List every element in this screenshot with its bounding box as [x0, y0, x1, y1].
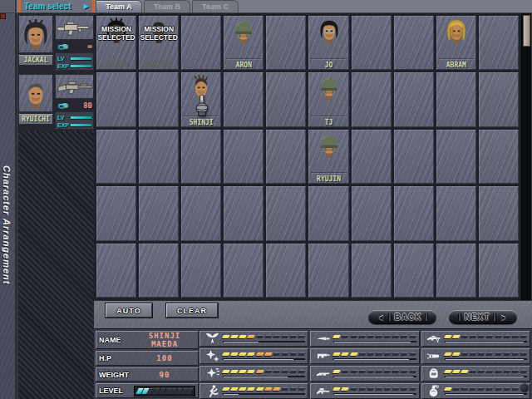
grid-cell-abram[interactable]: ABRAM	[436, 16, 476, 70]
grid-cell-aron[interactable]: ARON	[224, 16, 264, 70]
cell-name: ABRAM	[436, 62, 476, 69]
tab-team-b[interactable]: Team B	[144, 0, 190, 12]
skill-row-knife	[310, 331, 419, 347]
skill-dashes	[445, 387, 527, 391]
grid-cell-r2-c9[interactable]	[479, 130, 519, 184]
skill-dash	[511, 387, 520, 391]
skill-dash	[503, 352, 511, 356]
skill-subbar	[333, 376, 416, 378]
name-divider	[226, 58, 261, 59]
level-meter	[134, 386, 195, 397]
grid-cell-r4-c5[interactable]	[308, 244, 348, 298]
grid-cell-r2-c2[interactable]	[181, 130, 221, 184]
grid-cell-r2-c6[interactable]	[352, 130, 392, 184]
grid-cell-r1-c3[interactable]	[224, 72, 264, 126]
mission-selected-overlay: MISSIONSELECTED	[139, 26, 179, 42]
mid-strip: AUTO CLEAR ◄ BACK NEXT ►	[94, 300, 532, 328]
grid-cell-r4-c7[interactable]	[394, 244, 434, 298]
corner-block	[0, 0, 17, 12]
skill-dash	[342, 387, 350, 391]
scrollbar-thumb[interactable]	[523, 15, 530, 47]
grid-cell-r1-c7[interactable]	[394, 72, 434, 126]
clear-button[interactable]: CLEAR	[166, 303, 218, 318]
grid-cell-r2-c0[interactable]	[96, 130, 136, 184]
grid-cell-jo[interactable]: JO	[308, 16, 348, 70]
grid-cell-r2-c4[interactable]	[266, 130, 306, 184]
skill-subbar-fill	[446, 394, 524, 395]
roster-slot-jackal[interactable]: JACKAL ∞LVEXP	[18, 13, 94, 72]
grid-cell-r4-c4[interactable]	[266, 244, 306, 298]
team-select-dropdown[interactable]: Team select ▶	[18, 0, 95, 12]
grid-cell-r2-c8[interactable]	[436, 130, 476, 184]
star-icon	[205, 349, 219, 363]
grid-cell-r4-c8[interactable]	[436, 244, 476, 298]
grid-cell-r1-c6[interactable]	[352, 72, 392, 126]
skills-grid	[200, 331, 530, 398]
grid-cell-r1-c9[interactable]	[479, 72, 519, 126]
grid-cell-r3-c8[interactable]	[436, 186, 476, 240]
grid-cell-r3-c1[interactable]	[139, 186, 179, 240]
cell-name: RYUJIN	[308, 175, 348, 183]
skill-dash	[222, 387, 230, 391]
back-button[interactable]: ◄ BACK	[368, 310, 436, 324]
grid-cell-r4-c3[interactable]	[224, 244, 264, 298]
grid-cell-r4-c9[interactable]	[479, 244, 519, 298]
grid-cell-r3-c2[interactable]	[181, 186, 221, 240]
cell-name: TJ	[308, 119, 348, 126]
grid-cell-r0-c7[interactable]	[394, 16, 434, 70]
helmet-portrait	[230, 17, 257, 46]
skill-bar	[333, 335, 416, 343]
skill-dash	[239, 370, 247, 373]
grid-cell-r4-c6[interactable]	[352, 244, 392, 298]
skill-dash	[350, 352, 358, 356]
grid-cell-r1-c8[interactable]	[436, 72, 476, 126]
grid-cell-r0-c4[interactable]	[266, 16, 306, 70]
roster-slot-ryuichi[interactable]: RYUICHI 80LVEXP	[18, 72, 94, 131]
grid-cell-r3-c3[interactable]	[224, 186, 264, 240]
grid-cell-r1-c1[interactable]	[139, 72, 179, 126]
skill-dash	[256, 370, 264, 373]
name-divider	[311, 116, 346, 116]
grid-cell-r3-c9[interactable]	[479, 186, 519, 240]
skill-dash	[281, 352, 289, 356]
grid-cell-r0-c6[interactable]	[352, 16, 392, 70]
next-button[interactable]: NEXT ►	[449, 310, 517, 324]
grid-cell-ryuichi[interactable]: MISSIONSELECTEDRYUICHI	[139, 16, 179, 70]
grid-cell-r1-c4[interactable]	[266, 72, 306, 126]
stat-value: 90	[134, 371, 195, 379]
skill-dash	[477, 370, 485, 373]
roster-panel: JACKAL ∞LVEXP RYUICHI 80LVEXP	[18, 13, 94, 131]
grid-scrollbar[interactable]	[521, 13, 531, 300]
skill-subbar	[445, 393, 527, 396]
skill-dash	[332, 370, 341, 373]
stat-value: SHINJI MAEDA	[134, 332, 195, 348]
grid-cell-r3-c7[interactable]	[394, 186, 434, 240]
tab-team-c[interactable]: Team C	[192, 0, 239, 12]
knife-icon	[316, 332, 330, 346]
grid-cell-shinji[interactable]: SHINJI	[181, 72, 221, 126]
grid-cell-r3-c0[interactable]	[96, 186, 136, 240]
grid-cell-r4-c2[interactable]	[181, 244, 221, 298]
grid-cell-r3-c5[interactable]	[308, 186, 348, 240]
skill-bar	[223, 335, 305, 343]
grid-cell-r1-c0[interactable]	[96, 72, 136, 126]
tab-team-a[interactable]: Team A	[96, 0, 142, 12]
grid-cell-r2-c7[interactable]	[394, 130, 434, 184]
grid-cell-ryujin[interactable]: RYUJIN	[308, 130, 348, 184]
grid-cell-r4-c1[interactable]	[139, 244, 179, 298]
grid-cell-r2-c1[interactable]	[139, 130, 179, 184]
hatch-area	[18, 131, 94, 399]
grid-cell-r0-c2[interactable]	[181, 16, 221, 70]
lv-row: LV	[57, 114, 91, 121]
auto-button[interactable]: AUTO	[106, 303, 152, 318]
skill-dash	[230, 387, 239, 391]
grid-cell-jackal[interactable]: MISSIONSELECTEDJACKAL	[96, 16, 136, 70]
skill-dash	[503, 387, 511, 391]
grid-cell-r2-c3[interactable]	[224, 130, 264, 184]
grid-cell-r0-c9[interactable]	[479, 16, 519, 70]
grid-cell-r3-c6[interactable]	[352, 186, 392, 240]
grid-cell-r4-c0[interactable]	[96, 244, 136, 298]
skill-dash	[503, 335, 511, 338]
grid-cell-r3-c4[interactable]	[266, 186, 306, 240]
grid-cell-tj[interactable]: TJ	[308, 72, 348, 126]
